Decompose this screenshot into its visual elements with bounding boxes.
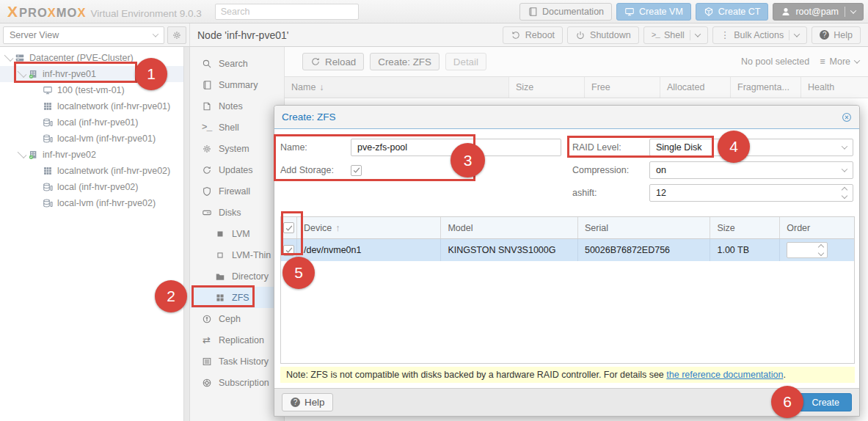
shutdown-button[interactable]: Shutdown bbox=[567, 26, 639, 44]
dialog-titlebar[interactable]: Create: ZFS bbox=[274, 106, 859, 129]
pool-status-text: No pool selected bbox=[741, 56, 809, 67]
reload-button[interactable]: Reload bbox=[302, 53, 364, 70]
device-checkbox[interactable] bbox=[283, 245, 294, 256]
tree-item-local-lvm-pve02[interactable]: local-lvm (inf-hvr-pve02) bbox=[0, 195, 183, 211]
create-vm-button[interactable]: Create VM bbox=[616, 3, 691, 21]
compression-select[interactable]: on bbox=[649, 161, 853, 179]
refresh-icon bbox=[200, 165, 213, 175]
create-zfs-dialog: Create: ZFS Name: Add Storage: R bbox=[274, 105, 860, 417]
tree-item-vm-100[interactable]: 100 (test-vm-01) bbox=[0, 82, 183, 98]
tree-item-node-pve01[interactable]: inf-hvr-pve01 bbox=[0, 66, 183, 82]
help-button[interactable]: ?Help bbox=[812, 26, 861, 44]
menu-item-lvm-thin[interactable]: LVM-Thin bbox=[190, 244, 284, 266]
device-serial-cell: 50026B76872ED756 bbox=[578, 239, 711, 261]
menu-item-system[interactable]: System bbox=[190, 138, 284, 159]
view-settings-button[interactable] bbox=[167, 26, 186, 44]
sort-desc-icon: ↓ bbox=[319, 82, 324, 92]
menu-item-disks[interactable]: Disks bbox=[190, 202, 284, 223]
power-icon bbox=[575, 30, 586, 40]
menu-item-directory[interactable]: Directory bbox=[190, 266, 284, 287]
column-header-order[interactable]: Order bbox=[780, 217, 854, 238]
chevron-down-icon bbox=[153, 31, 158, 37]
spinner-arrows-icon[interactable] bbox=[819, 245, 823, 255]
tree-item-localnetwork-pve01[interactable]: localnetwork (inf-hvr-pve01) bbox=[0, 98, 183, 114]
column-header-health[interactable]: Health bbox=[801, 77, 868, 98]
book-icon bbox=[200, 80, 213, 90]
view-mode-select[interactable]: Server View bbox=[3, 26, 164, 44]
undo-icon bbox=[511, 30, 521, 40]
lifebuoy-icon bbox=[200, 378, 213, 388]
name-label: Name: bbox=[280, 142, 351, 153]
user-menu-button[interactable]: root@pam bbox=[773, 3, 864, 21]
storage-icon bbox=[41, 198, 54, 208]
chevron-down-icon bbox=[4, 52, 14, 62]
menu-item-firewall[interactable]: Firewall bbox=[190, 180, 284, 202]
bulk-actions-button[interactable]: ⋮Bulk Actions bbox=[712, 26, 808, 44]
column-header-model[interactable]: Model bbox=[441, 217, 578, 238]
replication-icon: ⇄ bbox=[200, 334, 213, 345]
dialog-help-button[interactable]: ?Help bbox=[282, 393, 333, 411]
column-header-name[interactable]: Name↓ bbox=[285, 77, 509, 98]
dialog-create-button[interactable]: Create bbox=[799, 393, 852, 411]
menu-item-ceph[interactable]: Ceph bbox=[190, 308, 284, 329]
device-table-header: Device↑ Model Serial Size Order bbox=[281, 217, 854, 239]
order-stepper[interactable] bbox=[787, 242, 828, 258]
reference-documentation-link[interactable]: the reference documentation bbox=[666, 370, 783, 380]
terminal-icon: >_ bbox=[652, 31, 660, 40]
node-icon bbox=[26, 69, 40, 79]
chevron-down-icon bbox=[854, 57, 860, 63]
close-icon[interactable] bbox=[842, 112, 852, 122]
book-icon bbox=[528, 7, 538, 17]
raid-level-label: RAID Level: bbox=[572, 142, 649, 153]
tree-item-local-lvm-pve01[interactable]: local-lvm (inf-hvr-pve01) bbox=[0, 131, 183, 147]
menu-item-search[interactable]: Search bbox=[190, 53, 284, 74]
pool-table-header: Name↓ Size Free Allocated Fragmenta... H… bbox=[285, 76, 868, 98]
proxmox-app: X PROXMOX Virtual Environment 9.0.3 Docu… bbox=[0, 0, 868, 421]
device-path-cell: /dev/nvme0n1 bbox=[297, 239, 441, 261]
detail-button[interactable]: Detail bbox=[445, 53, 486, 70]
panel-splitter[interactable] bbox=[183, 47, 190, 421]
menu-item-updates[interactable]: Updates bbox=[190, 159, 284, 180]
lvm-icon bbox=[214, 229, 226, 239]
column-header-device[interactable]: Device↑ bbox=[297, 217, 441, 238]
menu-item-task-history[interactable]: Task History bbox=[190, 351, 284, 372]
tree-item-local-pve02[interactable]: local (inf-hvr-pve02) bbox=[0, 179, 183, 195]
column-header-size[interactable]: Size bbox=[710, 217, 780, 238]
menu-item-lvm[interactable]: LVM bbox=[190, 223, 284, 244]
column-header-free[interactable]: Free bbox=[585, 77, 660, 98]
device-table-empty-area bbox=[281, 261, 854, 363]
menu-item-shell[interactable]: >_Shell bbox=[190, 117, 284, 138]
column-header-allocated[interactable]: Allocated bbox=[660, 77, 731, 98]
select-all-checkbox[interactable] bbox=[283, 222, 294, 233]
device-row-nvme0n1[interactable]: /dev/nvme0n1 KINGSTON SNV3S1000G 50026B7… bbox=[281, 239, 854, 261]
column-header-size[interactable]: Size bbox=[509, 77, 585, 98]
tree-item-node-pve02[interactable]: inf-hvr-pve02 bbox=[0, 147, 183, 163]
menu-item-subscription[interactable]: Subscription bbox=[190, 372, 284, 393]
spinner-arrows-icon[interactable] bbox=[842, 188, 847, 198]
column-header-fragmentation[interactable]: Fragmenta... bbox=[731, 77, 801, 98]
gears-icon bbox=[200, 144, 213, 154]
ashift-stepper[interactable]: 12 bbox=[649, 184, 853, 202]
proxmox-logo-mark: X bbox=[7, 3, 18, 21]
add-storage-checkbox[interactable] bbox=[351, 165, 362, 176]
tree-item-datacenter[interactable]: Datacenter (PVE-Cluster) bbox=[0, 50, 183, 66]
bars-icon: ≡ bbox=[820, 56, 825, 67]
menu-item-replication[interactable]: ⇄Replication bbox=[190, 329, 284, 351]
reboot-button[interactable]: Reboot bbox=[503, 26, 563, 44]
global-search-input[interactable] bbox=[215, 4, 359, 20]
storage-icon bbox=[41, 182, 54, 192]
tree-item-localnetwork-pve02[interactable]: localnetwork (inf-hvr-pve02) bbox=[0, 163, 183, 179]
shell-button[interactable]: >_Shell bbox=[643, 26, 708, 44]
raid-level-select[interactable]: Single Disk bbox=[649, 139, 853, 156]
documentation-button[interactable]: Documentation bbox=[519, 3, 612, 21]
pool-name-input[interactable] bbox=[351, 139, 561, 156]
more-button[interactable]: ≡More bbox=[817, 56, 862, 67]
create-zfs-button[interactable]: Create: ZFS bbox=[370, 53, 440, 70]
tree-item-local-pve01[interactable]: local (inf-hvr-pve01) bbox=[0, 114, 183, 131]
menu-item-zfs[interactable]: ZFS bbox=[190, 287, 284, 308]
check-icon bbox=[284, 245, 294, 255]
menu-item-notes[interactable]: Notes bbox=[190, 95, 284, 117]
column-header-serial[interactable]: Serial bbox=[578, 217, 711, 238]
create-ct-button[interactable]: Create CT bbox=[696, 3, 769, 21]
menu-item-summary[interactable]: Summary bbox=[190, 74, 284, 95]
